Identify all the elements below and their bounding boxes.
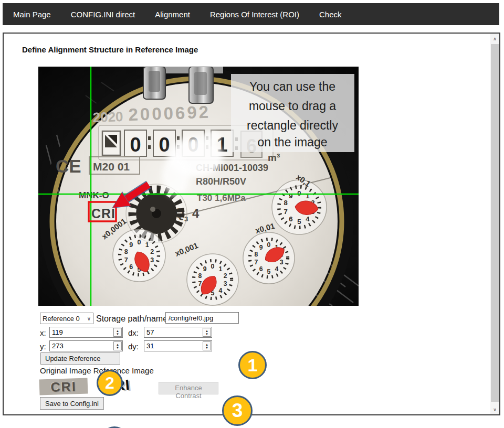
dial-x0_01: 0123456789 [243, 232, 295, 284]
svg-text:9: 9 [259, 244, 263, 251]
scroll-down-button[interactable]: ∨ [490, 404, 499, 414]
nav-item-main-page[interactable]: Main Page [13, 10, 51, 19]
meter-approval: M20 01 [93, 160, 130, 173]
meter-serial-ghost: 2000692 [128, 102, 211, 124]
svg-text:mouse to drag a: mouse to drag a [249, 99, 336, 113]
svg-text:4: 4 [306, 215, 310, 223]
svg-text:0: 0 [297, 189, 301, 197]
meter-year-ghost: 2020 [92, 109, 123, 125]
svg-text:8: 8 [124, 248, 128, 255]
svg-text:4: 4 [219, 287, 223, 294]
svg-text:5: 5 [267, 268, 271, 275]
svg-text:6: 6 [259, 265, 263, 273]
callout-3: 3 [222, 395, 253, 426]
svg-text:You can use the: You can use the [249, 80, 335, 93]
storage-path-input[interactable] [165, 312, 239, 324]
spinner-down-icon[interactable]: ▼ [205, 333, 208, 336]
svg-text:5: 5 [297, 218, 301, 226]
update-reference-button[interactable]: Update Reference [40, 352, 120, 365]
dy-spinner[interactable]: ▲ ▼ [203, 341, 211, 350]
x-label: x: [40, 328, 46, 337]
dial-x0_1: 0123456789 [272, 180, 327, 234]
svg-text:9: 9 [129, 241, 133, 249]
dx-spinner[interactable]: ▲ ▼ [203, 328, 211, 337]
nav-item-roi[interactable]: Regions Of Interest (ROI) [210, 10, 299, 19]
nav-item-check[interactable]: Check [319, 10, 342, 19]
spinner-down-icon[interactable]: ▼ [116, 346, 119, 349]
app-window: Main Page CONFIG.INI direct Alignment Re… [0, 0, 504, 428]
content-frame: Define Alignment Structure in Reference … [3, 33, 500, 415]
svg-text:7: 7 [124, 256, 128, 264]
navbar: Main Page CONFIG.INI direct Alignment Re… [3, 3, 499, 25]
dy-label: dy: [128, 342, 139, 351]
scroll-thumb[interactable] [491, 44, 499, 402]
svg-text:2: 2 [150, 248, 154, 255]
dx-input[interactable]: ▲ ▼ [144, 327, 212, 338]
meter-ratio: R80H/R50V [196, 176, 246, 187]
svg-text:1: 1 [306, 192, 309, 200]
svg-text:6: 6 [289, 215, 292, 223]
meter-ce: CE [56, 156, 81, 176]
svg-text:0: 0 [130, 134, 141, 156]
svg-text:9: 9 [289, 192, 292, 200]
svg-text:rectangle directly: rectangle directly [247, 119, 338, 132]
callout-2: 2 [97, 370, 123, 396]
callout-1: 1 [238, 351, 267, 379]
meter-brand: MNK-O [79, 190, 109, 200]
svg-text:0: 0 [137, 239, 141, 246]
nav-item-alignment[interactable]: Alignment [155, 10, 190, 19]
x-spinner[interactable]: ▲ ▼ [113, 328, 122, 337]
image-comparison-heading: Original Image Reference Image [40, 366, 154, 375]
hint-overlay: You can use the mouse to drag a rectangl… [231, 74, 354, 152]
dial-x0_0001: 0123456789 [113, 229, 165, 282]
svg-text:8: 8 [254, 251, 258, 258]
chevron-down-icon: ∨ [87, 316, 91, 322]
svg-text:3: 3 [150, 256, 154, 264]
svg-text:3: 3 [224, 280, 227, 287]
reference-select-value: Reference 0 [43, 315, 80, 323]
x-input[interactable]: ▲ ▼ [49, 327, 123, 338]
svg-text:3: 3 [280, 259, 284, 266]
reference-select[interactable]: Reference 0 ∨ [40, 313, 93, 324]
reference-image[interactable]: 2020 2000692 [38, 67, 359, 306]
svg-text:7: 7 [254, 259, 258, 266]
svg-text:4: 4 [275, 265, 279, 273]
svg-text:8: 8 [198, 272, 202, 280]
save-to-config-button[interactable]: Save to Config.ini [40, 397, 104, 410]
y-input[interactable]: ▲ ▼ [49, 340, 123, 351]
svg-text:1: 1 [219, 265, 223, 273]
meter-cri: CRI [91, 206, 116, 221]
spinner-down-icon[interactable]: ▼ [205, 346, 208, 349]
svg-text:7: 7 [284, 208, 287, 216]
y-spinner[interactable]: ▲ ▼ [113, 341, 122, 350]
svg-text:4: 4 [192, 206, 200, 220]
svg-text:8: 8 [284, 199, 287, 207]
scroll-up-button[interactable]: ∧ [490, 34, 499, 44]
dy-input[interactable]: ▲ ▼ [144, 340, 212, 351]
svg-text:0: 0 [211, 263, 215, 270]
svg-text:1: 1 [145, 241, 149, 249]
svg-text:on the image: on the image [258, 135, 328, 149]
page-title: Define Alignment Structure in Reference … [22, 45, 198, 54]
enhance-contrast-button[interactable]: Enhance Contrast [159, 382, 218, 394]
svg-text:0: 0 [267, 241, 271, 249]
storage-path-label: Storage path/name: [96, 314, 170, 324]
y-label: y: [40, 342, 46, 351]
svg-text:2: 2 [224, 272, 227, 280]
original-image-crop: CRI [39, 378, 88, 395]
spinner-down-icon[interactable]: ▼ [116, 333, 119, 336]
svg-text:9: 9 [203, 265, 207, 273]
nav-item-config-ini[interactable]: CONFIG.INI direct [71, 10, 135, 19]
dial-x0_001: 0123456789 [187, 254, 238, 305]
meter-unit: m³ [268, 152, 280, 163]
scrollbar[interactable]: ∧ ∨ [490, 34, 499, 414]
svg-text:6: 6 [129, 263, 133, 271]
dx-label: dx: [128, 328, 139, 337]
svg-text:0: 0 [159, 134, 170, 156]
